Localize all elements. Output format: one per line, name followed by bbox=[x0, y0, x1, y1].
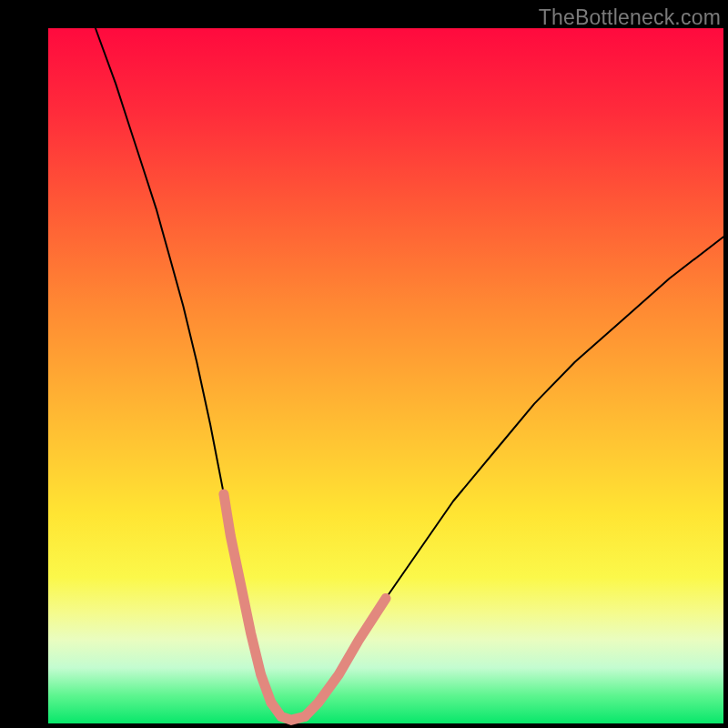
bottleneck-curve bbox=[96, 28, 723, 720]
highlight-segments bbox=[224, 494, 386, 720]
chart-frame: TheBottleneck.com bbox=[0, 0, 728, 728]
chart-curve-layer bbox=[48, 28, 723, 723]
highlight-right-line bbox=[305, 599, 386, 717]
bottleneck-curve-line bbox=[96, 28, 723, 720]
watermark-text: TheBottleneck.com bbox=[539, 5, 721, 30]
highlight-left-line bbox=[224, 494, 271, 703]
highlight-bottom-line bbox=[271, 703, 305, 720]
